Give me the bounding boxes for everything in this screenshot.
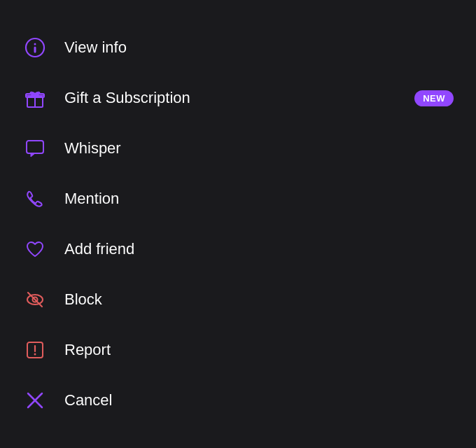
whisper-icon [22,136,48,161]
mention-icon [22,186,48,211]
menu-item-mention[interactable]: Mention [0,174,476,224]
report-icon [22,337,48,363]
svg-point-1 [34,43,36,46]
menu-item-cancel-label: Cancel [64,391,112,410]
menu-item-whisper[interactable]: Whisper [0,123,476,174]
menu-item-add-friend-label: Add friend [64,240,134,258]
new-badge: NEW [414,90,454,106]
menu-item-mention-label: Mention [64,190,119,208]
menu-item-report-label: Report [64,341,111,359]
svg-rect-7 [27,141,43,153]
menu-item-gift-subscription[interactable]: Gift a Subscription NEW [0,73,476,123]
menu-item-block-label: Block [64,290,102,309]
block-icon [22,287,48,312]
menu-item-cancel[interactable]: Cancel [0,375,476,426]
menu-item-whisper-label: Whisper [64,139,121,158]
menu-item-gift-subscription-label: Gift a Subscription [64,89,190,107]
cancel-icon [22,388,48,413]
menu-item-report[interactable]: Report [0,325,476,375]
gift-icon [22,85,48,111]
context-menu: View info Gift a Subscription NEW [0,17,476,431]
menu-item-add-friend[interactable]: Add friend [0,224,476,274]
menu-item-block[interactable]: Block [0,274,476,325]
heart-icon [22,237,48,262]
menu-item-view-info-label: View info [64,38,127,57]
menu-item-view-info[interactable]: View info [0,22,476,73]
svg-point-13 [34,354,36,356]
info-icon [22,35,48,60]
svg-rect-2 [34,47,36,53]
